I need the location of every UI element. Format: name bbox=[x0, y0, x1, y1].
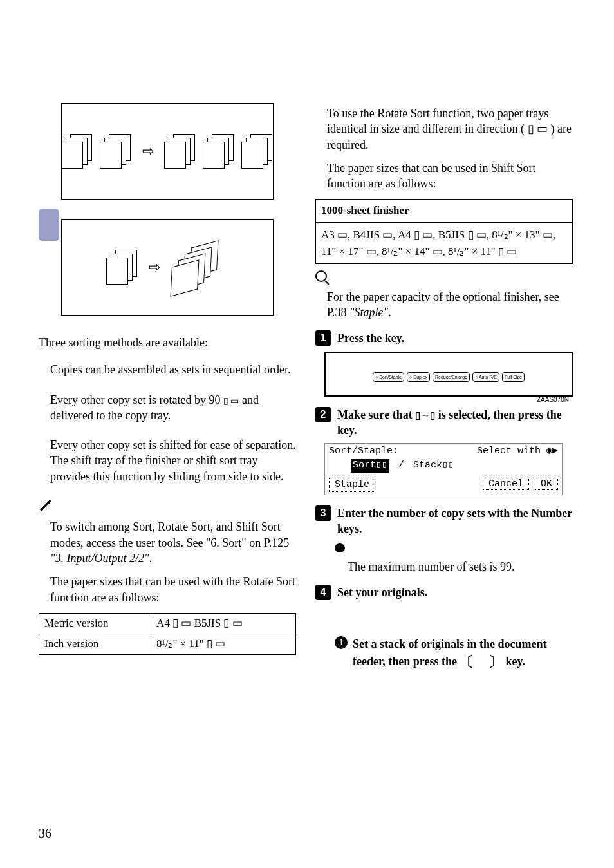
lcd-staple-button: Staple bbox=[329, 478, 375, 492]
reference-text: For the paper capacity of the optional f… bbox=[327, 289, 573, 321]
shift-diagram: ⇨ bbox=[61, 219, 274, 316]
left-column: ⇨ ⇨ Three sorting methods are available:… bbox=[39, 103, 296, 671]
step-number-icon: 1 bbox=[315, 330, 331, 346]
note-rotate-sizes: The paper sizes that can be used with th… bbox=[50, 574, 296, 605]
page-number: 36 bbox=[39, 825, 51, 842]
table-cell: A4 ▯ ▭ B5JIS ▯ ▭ bbox=[151, 613, 296, 634]
illustration-id: ZAAS070N bbox=[537, 395, 569, 404]
finisher-table: 1000-sheet finisher A3 ▭, B4JIS ▭, A4 ▯ … bbox=[315, 199, 573, 264]
table-cell: Inch version bbox=[39, 634, 151, 654]
step-number-icon: 3 bbox=[315, 505, 331, 521]
sort-diagram: ⇨ bbox=[61, 103, 274, 200]
panel-button: Full Size bbox=[502, 372, 525, 382]
section-tab bbox=[39, 209, 59, 241]
note-switch-modes: To switch among Sort, Rotate Sort, and S… bbox=[50, 519, 296, 566]
arrow-icon: ⇨ bbox=[142, 142, 154, 161]
method-rotate-body: Every other copy set is rotated by 90 ▯ … bbox=[50, 392, 296, 424]
method-shift-body: Every other copy set is shifted for ease… bbox=[50, 437, 296, 484]
lcd-sort-option: Sort▯▯ bbox=[351, 459, 389, 472]
panel-button: ○ Auto R/E bbox=[472, 372, 499, 382]
lcd-stack-option: Stack▯▯ bbox=[413, 459, 454, 472]
finisher-header: 1000-sheet finisher bbox=[316, 200, 572, 223]
lcd-ok-button: OK bbox=[535, 478, 558, 490]
lcd-screen-illustration: Sort/Staple: Select with ◉▶ Sort▯▯ / Sta… bbox=[324, 443, 563, 495]
method-sort-body: Copies can be assembled as sets in seque… bbox=[50, 362, 296, 377]
intro-text: Three sorting methods are available: bbox=[39, 335, 296, 350]
panel-button: ○ Sort/Staple bbox=[373, 372, 404, 382]
note-icon bbox=[39, 498, 53, 513]
paper-size-table: Metric version A4 ▯ ▭ B5JIS ▯ ▭ Inch ver… bbox=[39, 613, 296, 655]
substep-number-icon: 1 bbox=[335, 636, 348, 649]
finisher-body: A3 ▭, B4JIS ▭, A4 ▯ ▭, B5JIS ▯ ▭, 8¹/₂" … bbox=[316, 223, 572, 263]
panel-button: ○ Duplex bbox=[407, 372, 430, 382]
note-icon-row bbox=[39, 498, 296, 516]
arrow-icon: ⇨ bbox=[149, 258, 160, 277]
table-cell: 8¹/₂" × 11" ▯ ▭ bbox=[151, 634, 296, 654]
shift-sizes-intro: The paper sizes that can be used in Shif… bbox=[327, 160, 573, 192]
step-3: 3 Enter the number of copy sets with the… bbox=[315, 505, 573, 537]
control-panel-illustration: ○ Sort/Staple ○ Duplex Reduce/Enlarge ○ … bbox=[324, 352, 573, 397]
lcd-hint: Select with ◉▶ bbox=[477, 445, 558, 458]
max-sets-note: The maximum number of sets is 99. bbox=[348, 559, 573, 574]
table-cell: Metric version bbox=[39, 613, 151, 634]
rotate-requirement: To use the Rotate Sort function, two pap… bbox=[327, 106, 573, 153]
right-column: To use the Rotate Sort function, two pap… bbox=[315, 103, 573, 671]
bracket-open-icon: 〔 bbox=[460, 654, 474, 670]
step-number-icon: 2 bbox=[315, 407, 331, 422]
step-1: 1 Press the key. bbox=[315, 330, 573, 346]
bracket-close-icon: 〕 bbox=[488, 654, 503, 670]
step-4: 4 Set your originals. bbox=[315, 585, 573, 600]
step-2: 2 Make sure that ▯→▯ is selected, then p… bbox=[315, 407, 573, 439]
reference-icon bbox=[315, 270, 327, 282]
lcd-cancel-button: Cancel bbox=[483, 478, 529, 490]
reference-icon-row bbox=[315, 270, 573, 286]
tip-icon bbox=[335, 543, 345, 552]
step-number-icon: 4 bbox=[315, 585, 331, 600]
lcd-title: Sort/Staple: bbox=[329, 445, 398, 458]
orientation-icon: ▯ ▭ bbox=[223, 397, 239, 406]
panel-button: Reduce/Enlarge bbox=[433, 372, 470, 382]
substep-1: 1 Set a stack of originals in the docume… bbox=[335, 636, 573, 671]
sort-selection-icon: ▯→▯ bbox=[415, 410, 435, 420]
